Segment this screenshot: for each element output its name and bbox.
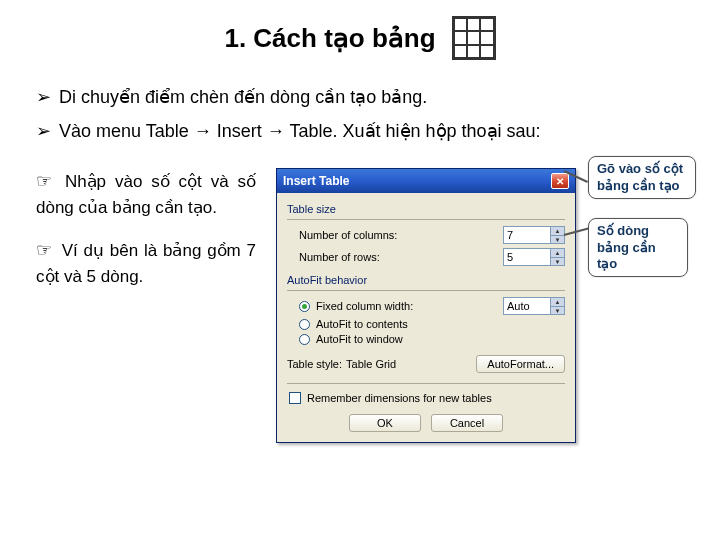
radio-contents-label: AutoFit to contents <box>316 318 408 330</box>
columns-label: Number of columns: <box>299 229 503 241</box>
table-icon <box>452 16 496 60</box>
close-icon: ✕ <box>556 176 564 187</box>
callout-columns: Gõ vào số cột bảng cần tạo <box>588 156 696 199</box>
page-title: 1. Cách tạo bảng <box>224 23 435 54</box>
fixed-width-input[interactable]: Auto ▲▼ <box>503 297 565 315</box>
radio-fixed-width[interactable] <box>299 301 310 312</box>
rows-spinner[interactable]: ▲▼ <box>550 249 564 265</box>
note-text: Ví dụ bên là bảng gồm 7 cột và 5 dòng. <box>36 241 256 286</box>
rows-label: Number of rows: <box>299 251 503 263</box>
columns-input[interactable]: 7 ▲▼ <box>503 226 565 244</box>
bullet-list: ➢Di chuyển điểm chèn đến dòng cần tạo bả… <box>36 80 684 148</box>
callout-rows: Số dòng bảng cần tạo <box>588 218 688 277</box>
rows-input[interactable]: 5 ▲▼ <box>503 248 565 266</box>
group-autofit: AutoFit behavior <box>287 274 565 286</box>
pointer-icon: ☞ <box>36 171 52 191</box>
remember-checkbox[interactable] <box>289 392 301 404</box>
bullet-text: Vào menu Table → Insert → Table. Xuất hi… <box>59 121 541 141</box>
radio-fixed-label: Fixed column width: <box>316 300 413 312</box>
table-style-label: Table style: <box>287 358 342 370</box>
dialog-titlebar: Insert Table ✕ <box>277 169 575 193</box>
bullet-text: Di chuyển điểm chèn đến dòng cần tạo bản… <box>59 87 427 107</box>
table-style-value: Table Grid <box>346 358 396 370</box>
bullet-icon: ➢ <box>36 121 51 141</box>
pointer-icon: ☞ <box>36 240 52 260</box>
remember-label: Remember dimensions for new tables <box>307 392 492 404</box>
ok-button[interactable]: OK <box>349 414 421 432</box>
columns-spinner[interactable]: ▲▼ <box>550 227 564 243</box>
radio-autofit-window[interactable] <box>299 334 310 345</box>
dialog-title: Insert Table <box>283 174 349 188</box>
radio-autofit-contents[interactable] <box>299 319 310 330</box>
radio-window-label: AutoFit to window <box>316 333 403 345</box>
autoformat-button[interactable]: AutoFormat... <box>476 355 565 373</box>
insert-table-dialog: Insert Table ✕ Table size Number of colu… <box>276 168 576 443</box>
note-text: Nhập vào số cột và số dòng của bảng cần … <box>36 172 256 217</box>
bullet-icon: ➢ <box>36 87 51 107</box>
close-button[interactable]: ✕ <box>551 173 569 189</box>
cancel-button[interactable]: Cancel <box>431 414 503 432</box>
group-table-size: Table size <box>287 203 565 215</box>
fixed-width-spinner[interactable]: ▲▼ <box>550 298 564 314</box>
